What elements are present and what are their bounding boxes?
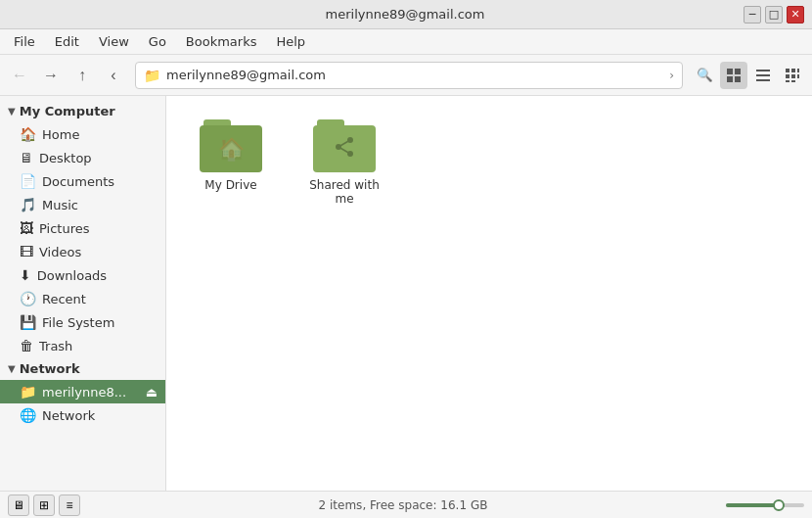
titlebar: merilynne89@gmail.com ─ □ ✕ [0,0,812,29]
sidebar-item-trash-label: Trash [39,339,158,353]
gdrive-icon: 📁 [20,384,36,400]
home-icon: 🏠 [20,126,36,142]
svg-rect-3 [735,76,741,82]
pictures-icon: 🖼 [20,220,33,236]
svg-rect-14 [791,80,795,82]
titlebar-title: merilynne89@gmail.com [67,7,744,22]
menubar-item-file[interactable]: File [4,32,45,51]
statusbar-text: 2 items, Free space: 16.1 GB [319,498,488,512]
svg-line-19 [341,141,348,145]
folder-my-drive[interactable]: 🏠 My Drive [182,112,280,213]
documents-icon: 📄 [20,173,36,189]
sidebar-item-music[interactable]: 🎵 Music [0,193,165,216]
titlebar-controls: ─ □ ✕ [744,6,804,24]
forward-button[interactable]: → [37,62,65,89]
sidebar-item-filesystem[interactable]: 💾 File System [0,310,165,334]
menubar-item-go[interactable]: Go [139,32,176,51]
sidebar-item-desktop-label: Desktop [39,151,158,165]
view-compact-button[interactable] [779,62,806,89]
sidebar-item-pictures-label: Pictures [39,221,158,236]
statusbar-left: 🖥 ⊞ ≡ [8,494,80,516]
sidebar-item-recent[interactable]: 🕐 Recent [0,287,165,310]
view-list-button[interactable] [749,62,777,89]
list-icon [755,68,771,83]
zoom-slider-track[interactable] [726,503,804,507]
menubar-item-view[interactable]: View [89,32,139,51]
menubar-item-edit[interactable]: Edit [45,32,89,51]
svg-rect-5 [756,74,770,76]
svg-rect-4 [756,70,770,71]
zoom-slider-fill [726,503,780,507]
sidebar-section-network[interactable]: ▼ Network [0,357,165,380]
my-drive-label: My Drive [204,178,256,192]
sidebar-item-music-label: Music [42,198,158,212]
statusbar-btn1[interactable]: 🖥 [8,494,29,516]
my-drive-folder-icon: 🏠 [200,119,262,172]
svg-point-16 [336,144,341,150]
minimize-button[interactable]: ─ [744,6,761,24]
sidebar-item-documents[interactable]: 📄 Documents [0,169,165,193]
sidebar-item-pictures[interactable]: 🖼 Pictures [0,216,165,240]
close-button[interactable]: ✕ [787,6,804,24]
shared-with-me-label: Shared with me [303,178,385,206]
mycomputer-label: My Computer [20,104,115,118]
network-label: Network [20,361,80,376]
svg-line-18 [341,148,348,152]
svg-rect-2 [727,76,733,82]
svg-point-17 [347,151,353,157]
address-chevron-icon[interactable]: › [669,69,674,82]
statusbar-buttons: 🖥 ⊞ ≡ [8,494,80,516]
grid-icon [726,68,742,83]
view-grid-button[interactable] [720,62,747,89]
sidebar-item-downloads[interactable]: ⬇ Downloads [0,263,165,287]
svg-rect-7 [786,69,789,72]
svg-rect-6 [756,79,770,81]
sidebar-item-network[interactable]: 🌐 Network [0,403,165,427]
sidebar-item-home[interactable]: 🏠 Home [0,122,165,146]
statusbar-btn3[interactable]: ≡ [59,494,80,516]
shared-folder-icon [313,119,376,172]
sidebar-item-trash[interactable]: 🗑 Trash [0,334,165,357]
svg-rect-9 [797,69,799,72]
network-icon: 🌐 [20,407,36,423]
svg-rect-12 [797,74,799,78]
search-button[interactable]: 🔍 [691,62,718,89]
up-button[interactable]: ↑ [68,62,96,89]
sidebar-item-gdrive[interactable]: 📁 merilynne8... ⏏ [0,380,165,403]
videos-icon: 🎞 [20,244,33,259]
mycomputer-arrow-icon: ▼ [8,106,16,117]
downloads-icon: ⬇ [20,267,31,283]
folder-shared-with-me[interactable]: Shared with me [295,112,393,213]
toolbar-right: 🔍 [691,62,806,89]
network-arrow-icon: ▼ [8,363,16,374]
music-icon: 🎵 [20,197,36,212]
svg-rect-13 [786,80,789,82]
sidebar-item-videos[interactable]: 🎞 Videos [0,240,165,263]
svg-rect-11 [791,74,795,78]
sidebar-section-mycomputer[interactable]: ▼ My Computer [0,100,165,122]
menubar-item-help[interactable]: Help [266,32,315,51]
address-bar[interactable]: 📁 merilynne89@gmail.com › [135,62,683,89]
prev-location-button[interactable]: ‹ [100,62,127,89]
file-area: 🏠 My Drive [166,96,812,491]
share-icon [333,135,356,159]
svg-rect-8 [791,69,795,72]
sidebar-item-videos-label: Videos [39,245,158,259]
svg-rect-0 [727,69,733,74]
eject-button[interactable]: ⏏ [146,385,158,400]
sidebar-item-home-label: Home [42,127,158,142]
my-drive-symbol: 🏠 [218,137,245,162]
menubar: FileEditViewGoBookmarksHelp [0,29,812,55]
menubar-item-bookmarks[interactable]: Bookmarks [176,32,267,51]
trash-icon: 🗑 [20,338,33,353]
sidebar-item-downloads-label: Downloads [37,268,158,283]
sidebar: ▼ My Computer 🏠 Home 🖥 Desktop 📄 Documen… [0,96,166,491]
zoom-slider-thumb[interactable] [773,499,785,511]
svg-point-15 [347,137,353,143]
zoom-bar [726,503,804,507]
back-button[interactable]: ← [6,62,33,89]
maximize-button[interactable]: □ [765,6,783,24]
sidebar-item-desktop[interactable]: 🖥 Desktop [0,146,165,169]
sidebar-item-gdrive-label: merilynne8... [42,385,140,400]
statusbar-btn2[interactable]: ⊞ [33,494,55,516]
